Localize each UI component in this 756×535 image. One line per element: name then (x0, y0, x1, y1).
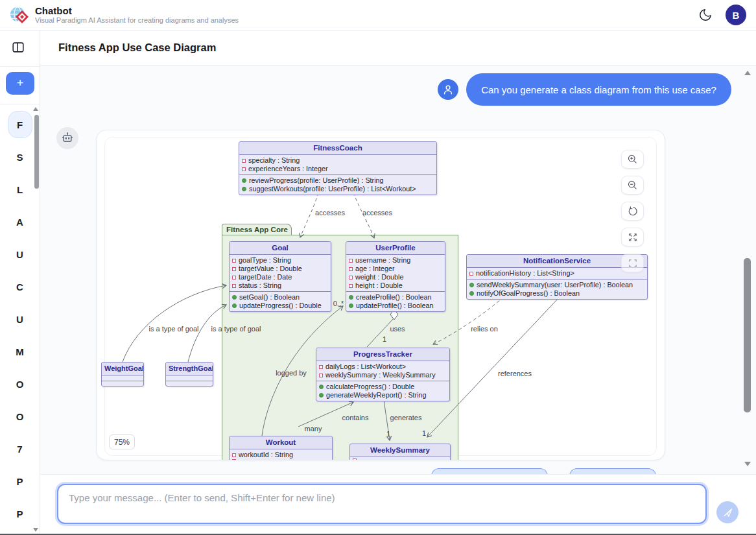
edge-label: generates (390, 414, 422, 422)
conversation-item[interactable]: F (0, 108, 40, 141)
uml-class-fitnesscoach: FitnessCoach specialty : String experien… (239, 141, 437, 195)
app-header: Chatbot Visual Paradigm AI Assistant for… (0, 0, 756, 30)
uml-class-weeklysummary: WeeklySummary (349, 444, 451, 460)
edge-label: accesses (315, 209, 345, 217)
public-method-icon (319, 385, 324, 389)
private-attribute-icon (349, 276, 353, 279)
reset-view-button[interactable] (621, 202, 644, 220)
visual-paradigm-logo (8, 5, 29, 25)
public-method-icon (349, 295, 353, 300)
plus-icon: + (17, 77, 24, 90)
public-method-icon (469, 283, 474, 287)
message-input-bar (40, 474, 756, 535)
private-attribute-icon (349, 284, 353, 288)
conversation-list: F S L A U C U M O O 7 P P (0, 108, 40, 530)
uml-class-goal: Goal goalType : String targetValue : Dou… (229, 241, 331, 312)
conversation-item[interactable]: P (0, 497, 40, 530)
conversation-item[interactable]: O (0, 368, 40, 400)
sidebar-scroll-up-arrow[interactable] (33, 107, 38, 111)
conversation-item[interactable]: U (0, 238, 40, 270)
chat-scrollbar[interactable] (744, 258, 751, 412)
send-button[interactable] (716, 501, 738, 523)
edge-label: 1 (386, 430, 390, 438)
uml-class-notificationservice: NotificationService notificationHistory … (466, 254, 648, 300)
zoom-in-button[interactable] (621, 150, 644, 169)
public-method-icon (242, 187, 246, 191)
edge-label: relies on (471, 325, 498, 333)
private-attribute-icon (242, 167, 246, 171)
public-method-icon (349, 303, 353, 308)
private-attribute-icon (232, 267, 236, 271)
person-icon (442, 83, 455, 96)
private-attribute-icon (232, 284, 236, 288)
private-attribute-icon (469, 272, 473, 276)
edge-label: many (305, 425, 322, 433)
response-action-button[interactable] (569, 468, 656, 474)
user-message-avatar (438, 79, 458, 100)
private-attribute-icon (232, 459, 236, 460)
send-icon (722, 507, 733, 518)
conversation-item[interactable]: P (0, 465, 40, 497)
collapse-sidebar-icon[interactable] (11, 40, 25, 54)
response-action-button[interactable] (431, 468, 548, 474)
fullscreen-brackets-icon (628, 258, 638, 268)
conversation-item[interactable]: A (0, 206, 40, 238)
chat-scroll-up-arrow[interactable] (744, 71, 751, 75)
edge-label: references (498, 370, 532, 377)
chat-area: Can you generate a class diagram from th… (40, 65, 756, 474)
conversation-item[interactable]: O (0, 400, 40, 433)
reset-icon (627, 206, 638, 217)
uml-class-weightgoal: WeightGoal (101, 362, 144, 386)
private-attribute-icon (232, 259, 236, 263)
private-attribute-icon (353, 458, 357, 460)
diagram-card: Fitness App Core (96, 130, 665, 460)
conversation-item[interactable]: M (0, 335, 40, 368)
public-method-icon (242, 178, 246, 183)
conversation-item[interactable]: L (0, 173, 40, 206)
uml-class-strengthgoal: StrengthGoal (165, 362, 213, 386)
fullscreen-button[interactable] (621, 254, 644, 272)
divider (0, 66, 40, 67)
private-attribute-icon (232, 453, 236, 457)
edge-label: uses (390, 325, 405, 333)
expand-button[interactable] (621, 228, 644, 246)
zoom-out-button[interactable] (621, 176, 644, 195)
sidebar-scrollbar[interactable] (34, 115, 39, 189)
public-method-icon (469, 291, 474, 296)
edge-label: 1 (383, 335, 386, 343)
message-input[interactable] (57, 484, 707, 524)
robot-icon (61, 132, 74, 145)
dark-mode-moon-icon[interactable] (698, 8, 713, 22)
user-avatar[interactable]: B (726, 5, 746, 25)
new-chat-button[interactable]: + (6, 72, 34, 95)
divider (0, 104, 40, 104)
uml-class-workout: Workout workoutId : String (229, 436, 333, 460)
app-title: Chatbot (35, 5, 239, 16)
edge-label: 1 (422, 429, 426, 437)
private-attribute-icon (319, 365, 323, 369)
bot-avatar (56, 127, 78, 149)
edge-label: logged by (276, 369, 307, 377)
public-method-icon (319, 393, 324, 398)
private-attribute-icon (349, 267, 353, 271)
edge-label: is a type of goal (211, 325, 261, 333)
conversation-item[interactable]: U (0, 303, 40, 335)
sidebar-scroll-down-arrow[interactable] (33, 528, 38, 532)
app-subtitle: Visual Paradigm AI Assistant for creatin… (35, 16, 239, 25)
conversation-item[interactable]: S (0, 141, 40, 173)
uml-class-progresstracker: ProgressTracker dailyLogs : List<Workout… (316, 348, 450, 401)
edge-label: 0..* (333, 300, 344, 307)
private-attribute-icon (242, 159, 246, 163)
zoom-out-icon (627, 180, 638, 191)
zoom-level-badge: 75% (109, 434, 135, 449)
conversation-item[interactable]: 7 (0, 433, 40, 465)
private-attribute-icon (232, 276, 236, 279)
expand-arrows-icon (628, 232, 638, 243)
conversation-item[interactable]: C (0, 270, 40, 303)
edge-label: contains (342, 414, 369, 422)
edge-label: is a type of goal (148, 325, 198, 333)
page-header: Fitness App Use Case Diagram (40, 30, 756, 65)
private-attribute-icon (349, 259, 353, 263)
chat-scroll-down-arrow[interactable] (744, 462, 751, 466)
page-title: Fitness App Use Case Diagram (58, 42, 216, 54)
